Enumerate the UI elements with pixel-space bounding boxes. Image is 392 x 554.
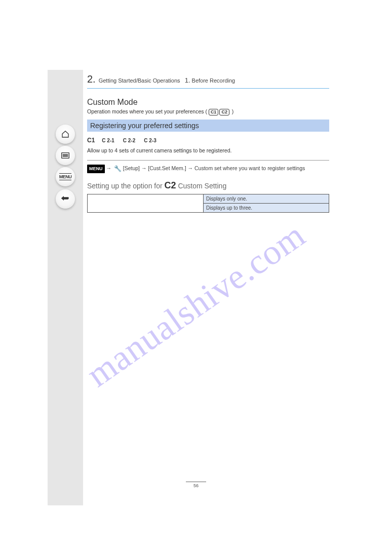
mode-c23: C 2-3 [144, 138, 156, 143]
register-text: Allow up to 4 sets of current camera set… [87, 147, 329, 154]
table-title: Setting up the option for C2 Custom Sett… [87, 180, 329, 191]
divider [87, 88, 329, 89]
mode-list: C1 C 2-1 C 2-2 C 2-3 [87, 137, 329, 144]
c2-label: C2 [165, 180, 176, 190]
menu-chip-icon: MENU [87, 165, 105, 173]
mode-c22: C 2-2 [123, 138, 135, 143]
list-button[interactable] [56, 146, 75, 165]
back-button[interactable] [56, 189, 75, 209]
mode-c21: C 2-1 [102, 138, 114, 143]
page-content: 2. Getting Started/Basic Operations 1. B… [87, 73, 329, 213]
menu-path: MENU → 🔧 [Setup] → [Cust.Set Mem.] → Cus… [87, 165, 329, 173]
subsection-heading: Registering your preferred settings [87, 120, 329, 132]
page-title: Custom Mode [87, 98, 329, 107]
section-number: 2. [87, 73, 96, 85]
mode-c1: C1 [87, 137, 95, 144]
breadcrumb: 2. Getting Started/Basic Operations 1. B… [87, 73, 329, 85]
watermark: manualshive.com [79, 215, 312, 395]
c1-box-icon: C1 [209, 109, 219, 115]
menu-button[interactable]: MENU [56, 167, 75, 186]
sidebar: MENU [48, 70, 83, 505]
intro-description: Operation modes where you set your prefe… [87, 108, 329, 115]
wrench-icon: 🔧 [114, 165, 122, 173]
page-footer: 56 [0, 482, 392, 488]
opt-cell: Displays only one. [203, 194, 329, 203]
section-text: Getting Started/Basic Operations 1. Befo… [99, 76, 236, 84]
options-table: Displays only one. Displays up to three. [87, 194, 329, 213]
home-button[interactable] [56, 125, 75, 144]
page-number: 56 [193, 483, 199, 488]
menu-label: MENU [59, 173, 72, 180]
opt-cell: Displays up to three. [203, 203, 329, 212]
divider-grey [87, 160, 329, 161]
c2-box-icon: C2 [219, 109, 229, 115]
